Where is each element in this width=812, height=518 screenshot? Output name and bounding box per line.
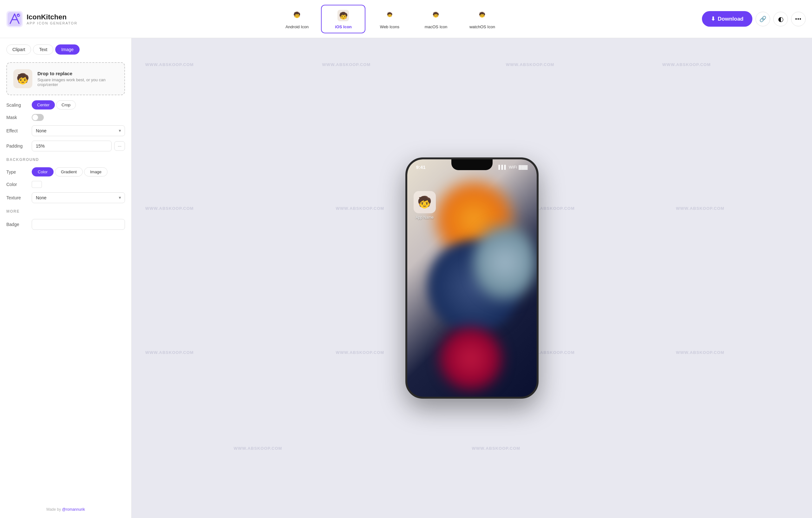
phone-notch [452,159,493,170]
texture-row: Texture None Dots Grid ▼ [6,192,125,203]
wifi-icon: WiFi [509,165,517,169]
bg-type-label: Type [6,169,29,174]
svg-text:🧒: 🧒 [339,11,348,20]
wallpaper-blob-gray [473,223,537,302]
app-icon-wrap[interactable]: 🧒 App Name [414,191,436,220]
header: IconKitchen APP ICON GENERATOR 🧒 Android… [0,0,812,38]
effect-select[interactable]: None Shadow Glow [32,126,125,136]
watermark-4: WWW.ABSKOOP.COM [662,62,711,67]
scaling-toggle-group: Center Crop [32,100,76,109]
background-section: Type Color Gradient Image Color Texture … [6,167,125,203]
bg-color-row: Color [6,181,125,188]
app-grid: 🧒 App Name [407,185,537,226]
more-button[interactable]: ••• [791,12,806,26]
bg-type-gradient-btn[interactable]: Gradient [55,167,83,176]
texture-select-wrapper: None Dots Grid ▼ [32,192,125,203]
ios-icon: 🧒 [336,8,350,23]
logo-area: IconKitchen APP ICON GENERATOR [6,11,78,27]
watermark-13: WWW.ABSKOOP.COM [234,446,282,451]
scaling-row: Scaling Center Crop [6,100,125,109]
link-button[interactable]: 🔗 [756,12,770,26]
phone-screen: 9:41 ▌▌▌ WiFi ▓▓▓ 🧒 App [407,159,537,397]
phone-wrapper: 9:41 ▌▌▌ WiFi ▓▓▓ 🧒 App [399,38,545,518]
web-icon: 🧒 [382,8,397,23]
drop-title: Drop to replace [37,71,118,76]
bg-type-row: Type Color Gradient Image [6,167,125,176]
battery-icon: ▓▓▓ [519,165,527,169]
macos-icon: 🧒 [429,8,443,23]
tab-ios[interactable]: 🧒 iOS Icon [321,5,366,33]
scaling-label: Scaling [6,103,29,108]
padding-input[interactable] [32,141,112,152]
scaling-crop-btn[interactable]: Crop [56,100,76,109]
source-tab-clipart[interactable]: Clipart [6,45,31,55]
footer: Made by @romannurik [6,501,125,512]
tab-web[interactable]: 🧒 Web Icons [367,5,412,33]
footer-text: Made by [46,507,62,512]
padding-more-btn[interactable]: ··· [114,141,125,151]
bg-color-swatch[interactable] [32,181,42,188]
sidebar: Clipart Text Image 🧒 Drop to replace Squ… [0,38,132,518]
texture-label: Texture [6,195,29,200]
main-layout: Clipart Text Image 🧒 Drop to replace Squ… [0,38,812,518]
drop-icon: 🧒 [13,69,32,88]
tab-watchos[interactable]: 🧒 watchOS Icon [460,5,504,33]
logo-icon [6,11,23,27]
tab-web-label: Web Icons [380,24,399,29]
svg-text:🧒: 🧒 [387,12,393,18]
watermark-10: WWW.ABSKOOP.COM [336,350,384,355]
source-tab-image[interactable]: Image [55,45,80,55]
tab-android[interactable]: 🧒 Android Icon [275,5,319,33]
android-icon: 🧒 [290,8,304,23]
tab-macos[interactable]: 🧒 macOS Icon [414,5,458,33]
padding-row: Padding ··· [6,141,125,152]
footer-link[interactable]: @romannurik [62,507,85,512]
watermark-1: WWW.ABSKOOP.COM [145,62,194,67]
padding-label: Padding [6,143,29,148]
volume-up-button [405,191,406,204]
watermark-8: WWW.ABSKOOP.COM [676,206,724,211]
theme-icon: ◐ [778,15,783,23]
svg-point-2 [17,13,20,17]
phone-mockup: 9:41 ▌▌▌ WiFi ▓▓▓ 🧒 App [405,158,539,399]
scaling-section: Scaling Center Crop Mask Effect None Sha… [6,100,125,152]
badge-row: Badge [6,219,125,230]
preview-area: WWW.ABSKOOP.COM WWW.ABSKOOP.COM WWW.ABSK… [132,38,812,518]
bg-type-image-btn[interactable]: Image [84,167,108,176]
tab-ios-label: iOS Icon [335,24,352,29]
texture-select[interactable]: None Dots Grid [32,192,125,203]
drop-area[interactable]: 🧒 Drop to replace Square images work bes… [6,62,125,95]
svg-text:🧒: 🧒 [433,12,439,18]
more-section-title: MORE [6,208,125,214]
mask-toggle[interactable] [32,114,44,121]
theme-button[interactable]: ◐ [773,12,788,26]
svg-text:🧒: 🧒 [479,12,485,18]
app-icon-img: 🧒 [414,191,436,213]
effect-row: Effect None Shadow Glow ▼ [6,126,125,136]
badge-label: Badge [6,222,29,227]
tabs-area: 🧒 Android Icon 🧒 iOS Icon 🧒 [81,5,699,33]
scaling-center-btn[interactable]: Center [32,100,55,109]
more-icon: ••• [795,16,802,22]
more-section: Badge [6,219,125,230]
watermark-12: WWW.ABSKOOP.COM [676,350,724,355]
logo-text: IconKitchen APP ICON GENERATOR [27,13,78,25]
bg-type-color-btn[interactable]: Color [32,167,54,176]
watermark-2: WWW.ABSKOOP.COM [322,62,371,67]
mask-label: Mask [6,115,29,120]
bg-type-group: Color Gradient Image [32,167,108,176]
watermark-9: WWW.ABSKOOP.COM [145,350,194,355]
app-name: IconKitchen [27,13,78,21]
app-icon: 🧒 [414,191,436,213]
link-icon: 🔗 [759,16,766,23]
source-tab-text[interactable]: Text [33,45,53,55]
effect-label: Effect [6,128,29,133]
download-label: Download [718,16,744,22]
download-button[interactable]: ⬇ Download [702,11,752,27]
download-icon: ⬇ [711,16,715,22]
app-icon-label: App Name [415,215,434,220]
padding-input-row: ··· [32,141,125,152]
power-button [538,197,539,216]
bg-color-label: Color [6,182,29,187]
badge-input[interactable] [32,219,125,230]
